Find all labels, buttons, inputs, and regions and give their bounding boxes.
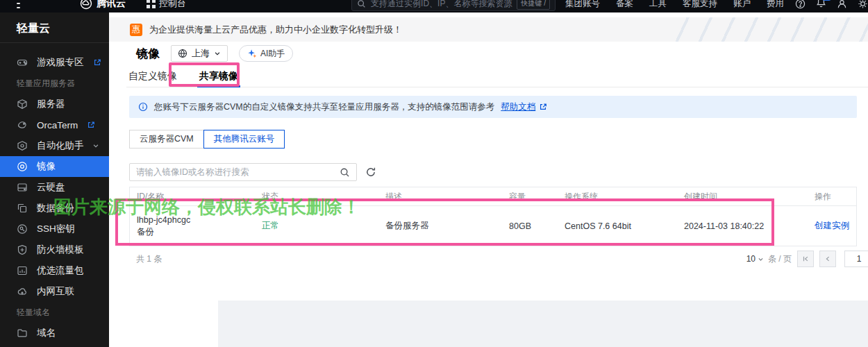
tencent-cloud-logo[interactable]: 腾讯云: [80, 0, 126, 10]
chevron-down-icon: [758, 256, 764, 262]
global-search-placeholder: 支持通过实例ID、IP、名称等搜索资源: [371, 0, 512, 10]
sidebar-item-private-network[interactable]: 内网互联: [0, 281, 109, 302]
help-doc-link[interactable]: 帮助文档: [501, 101, 535, 113]
sidebar-item-label: SSH密钥: [37, 223, 75, 235]
subtab-other-account[interactable]: 其他腾讯云账号: [203, 130, 285, 149]
grid-icon: [147, 0, 156, 8]
page-title: 镜像: [136, 46, 160, 62]
col-actions: 操作: [815, 191, 856, 203]
chevron-down-icon: [92, 142, 99, 149]
notification-badge: [822, 0, 831, 1]
external-link-icon: [87, 121, 95, 129]
menu-item-support[interactable]: 客服支持: [683, 0, 717, 10]
shortcut-hint-badge: 快捷键 /: [517, 0, 550, 10]
cloud-network-icon: [17, 286, 28, 297]
sidebar-section-domain: 轻量域名: [0, 302, 109, 323]
sidebar-item-label: 镜像: [37, 160, 56, 173]
annotation-box-shared-tab: [169, 62, 240, 87]
region-selector[interactable]: 上海: [171, 45, 228, 62]
share-source-switch: 云服务器CVM 其他腾讯云账号: [129, 130, 857, 149]
settings-gear-icon[interactable]: [858, 0, 868, 9]
menu-item-group-account[interactable]: 集团账号: [565, 0, 600, 10]
subtab-cvm[interactable]: 云服务器CVM: [129, 130, 204, 149]
console-screen: 腾讯云 控制台 支持通过实例ID、IP、名称等搜索资源 快捷键 / 集团账号 备…: [0, 0, 868, 347]
sidebar-item-label: 云硬盘: [37, 181, 65, 194]
backup-copy-icon: [17, 203, 28, 214]
sidebar-item-label: 防火墙模板: [37, 244, 84, 256]
info-banner-text: 您账号下云服务器CVM的自定义镜像支持共享至轻量应用服务器，支持的镜像范围请参考: [154, 101, 494, 113]
sidebar-item-label: OrcaTerm: [37, 120, 78, 130]
refresh-button[interactable]: [365, 167, 376, 178]
console-nav-link[interactable]: 控制台: [147, 0, 186, 10]
sidebar-item-label: 内网互联: [37, 285, 74, 298]
sidebar-title: 轻量云: [0, 12, 109, 43]
terminal-icon: [17, 119, 28, 130]
notification-bell-icon[interactable]: [816, 0, 826, 8]
prev-page-button[interactable]: [819, 251, 836, 267]
create-instance-link[interactable]: 创建实例: [815, 220, 856, 232]
chart-icon: [17, 265, 28, 276]
ai-sparkle-icon: [247, 49, 257, 58]
promo-badge-icon: 惠: [130, 24, 142, 36]
search-icon: [357, 0, 366, 8]
sidebar-item-traffic-package[interactable]: 优选流量包: [0, 260, 109, 281]
sidebar-section-lighthouse: 轻量应用服务器: [0, 73, 109, 94]
hamburger-menu-icon[interactable]: [17, 0, 20, 8]
sidebar: 轻量云 游戏服专区 轻量应用服务器 服务器: [0, 12, 109, 347]
sidebar-item-game-zone[interactable]: 游戏服专区: [0, 52, 109, 73]
menu-item-icp[interactable]: 备案: [616, 0, 633, 10]
ai-assistant-button[interactable]: AI助手: [239, 45, 293, 62]
banner-decoration: [667, 17, 868, 42]
menu-item-billing[interactable]: 费用: [767, 0, 784, 10]
promo-text: 为企业提供海量上云产品优惠，助力中小企业数字化转型升级！: [149, 24, 402, 36]
sidebar-item-label: 自动化助手: [37, 139, 84, 152]
globe-icon: [178, 49, 187, 58]
total-count: 共 1 条: [136, 253, 162, 265]
menu-item-tools[interactable]: 工具: [649, 0, 667, 10]
info-banner: 您账号下云服务器CVM的自定义镜像支持共享至轻量应用服务器，支持的镜像范围请参考…: [129, 96, 857, 118]
chevron-down-icon: [214, 50, 221, 57]
promo-banner: 惠 为企业提供海量上云产品优惠，助力中小企业数字化转型升级！: [109, 17, 868, 42]
sidebar-item-images[interactable]: 镜像: [0, 156, 109, 177]
menu-item-account[interactable]: 账户: [733, 0, 751, 10]
image-search-input[interactable]: 请输入镜像ID或名称进行搜索: [129, 163, 357, 181]
folder-icon: [17, 328, 28, 339]
top-navbar: 腾讯云 控制台 支持通过实例ID、IP、名称等搜索资源 快捷键 / 集团账号 备…: [0, 0, 868, 12]
refresh-icon: [365, 167, 376, 178]
search-icon[interactable]: [340, 167, 350, 178]
user-avatar-icon[interactable]: [837, 0, 847, 9]
sidebar-item-orcaterm[interactable]: OrcaTerm: [0, 115, 109, 135]
sidebar-item-label: 域名: [37, 327, 56, 339]
image-search-placeholder: 请输入镜像ID或名称进行搜索: [136, 167, 340, 178]
global-search-input[interactable]: 支持通过实例ID、IP、名称等搜索资源 快捷键 /: [351, 0, 556, 11]
sidebar-item-ssh-key[interactable]: SSH密钥: [0, 219, 109, 239]
page-size-value: 10: [746, 254, 756, 264]
page-background: [218, 301, 868, 347]
first-page-icon: [802, 255, 809, 262]
server-icon: [17, 99, 28, 110]
help-icon[interactable]: [795, 0, 806, 9]
page-size-unit: 条 / 页: [768, 253, 792, 265]
sidebar-item-label: 游戏服专区: [37, 56, 84, 69]
first-page-button[interactable]: [797, 251, 814, 267]
region-value: 上海: [192, 47, 210, 60]
key-icon: [17, 223, 28, 235]
image-target-icon: [17, 161, 28, 172]
sidebar-item-firewall-template[interactable]: 防火墙模板: [0, 239, 109, 260]
ai-assistant-label: AI助手: [260, 48, 285, 60]
sidebar-item-label: 服务器: [37, 98, 65, 110]
prev-page-icon: [824, 255, 831, 262]
cloud-logo-icon: [80, 0, 92, 10]
sidebar-item-automation[interactable]: 自动化助手: [0, 135, 109, 156]
sidebar-item-label: 优选流量包: [37, 264, 84, 277]
current-page-input[interactable]: 1: [844, 251, 868, 267]
topbar-menu: 集团账号 备案 工具 客服支持 账户 费用: [565, 0, 784, 10]
external-link-icon: [539, 103, 547, 111]
sidebar-item-server[interactable]: 服务器: [0, 94, 109, 115]
console-label: 控制台: [159, 0, 186, 10]
page-size-select[interactable]: 10: [746, 254, 764, 264]
external-link-icon: [93, 58, 101, 67]
sidebar-item-domain[interactable]: 域名: [0, 323, 109, 344]
gamepad-icon: [17, 57, 28, 68]
shield-icon: [17, 244, 28, 255]
